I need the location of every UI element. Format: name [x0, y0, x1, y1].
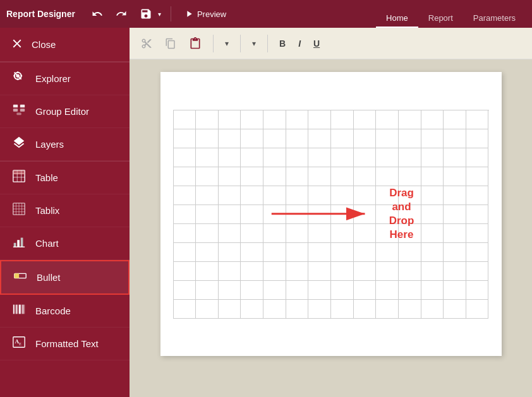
tab-report[interactable]: Report	[418, 9, 463, 28]
grid-cell	[308, 110, 331, 129]
formatted-text-icon: A E	[10, 335, 28, 352]
svg-rect-32	[13, 305, 15, 314]
sidebar-item-explorer[interactable]: Explorer	[0, 62, 130, 95]
table-icon	[10, 169, 28, 186]
preview-label: Preview	[197, 9, 226, 19]
redo-button[interactable]	[112, 6, 131, 22]
sidebar-item-label: Chart	[35, 238, 59, 249]
sidebar-item-table[interactable]: Table	[0, 162, 130, 194]
grid-cell	[263, 300, 286, 319]
grid-cell	[331, 262, 354, 281]
grid-cell	[219, 243, 241, 262]
svg-rect-34	[16, 305, 17, 314]
save-button[interactable]	[136, 5, 156, 23]
sidebar-item-barcode[interactable]: Barcode	[0, 295, 130, 328]
svg-point-2	[13, 75, 15, 77]
grid-cell	[376, 110, 399, 129]
grid-cell	[196, 300, 219, 319]
svg-rect-10	[16, 113, 21, 116]
grid-cell	[421, 129, 444, 148]
grid-cell	[421, 224, 444, 243]
sidebar-item-close[interactable]: Close	[0, 28, 130, 62]
undo-button[interactable]	[88, 6, 107, 22]
page-top-margin	[160, 72, 502, 110]
grid-cell	[331, 205, 354, 224]
grid-cell	[421, 110, 444, 129]
grid-cell	[399, 167, 421, 186]
grid-cell	[444, 110, 466, 129]
grid-cell	[286, 300, 309, 319]
grid-cell	[219, 148, 241, 167]
grid-cell	[174, 129, 196, 148]
grid-cell	[174, 110, 196, 129]
app-title: Report Designer	[6, 9, 75, 19]
grid-cell	[196, 129, 219, 148]
grid-cell	[331, 186, 354, 205]
layers-icon	[10, 136, 28, 153]
sidebar-item-label: Group Editor	[35, 106, 89, 117]
copy-button[interactable]	[160, 35, 181, 52]
grid-cell	[466, 129, 489, 148]
sidebar-item-label: Layers	[35, 139, 64, 150]
dropdown-2[interactable]: ▾	[247, 36, 261, 51]
grid-cell	[241, 129, 263, 148]
grid-cell	[331, 243, 354, 262]
grid-cell	[174, 148, 196, 167]
grid-cell	[466, 148, 489, 167]
grid-cell	[286, 167, 309, 186]
sidebar-item-chart[interactable]: Chart	[0, 227, 130, 260]
separator	[171, 6, 171, 21]
sidebar-item-bullet[interactable]: Bullet	[0, 260, 130, 295]
italic-button[interactable]: I	[293, 35, 306, 52]
svg-rect-17	[17, 170, 21, 174]
grid-cell	[219, 129, 241, 148]
grid-cell	[241, 224, 263, 243]
grid-cell	[219, 110, 241, 129]
grid-cell	[286, 205, 309, 224]
dropdown-1[interactable]: ▾	[220, 36, 234, 51]
preview-button[interactable]: Preview	[179, 6, 231, 21]
grid-cell	[263, 243, 286, 262]
sidebar-item-group-editor[interactable]: Group Editor	[0, 95, 130, 128]
grid-cell	[376, 186, 399, 205]
grid-cell	[241, 300, 263, 319]
grid-cell	[444, 300, 466, 319]
grid-cell	[399, 300, 421, 319]
grid-cell	[466, 224, 489, 243]
grid-cell	[421, 205, 444, 224]
grid-cell	[308, 224, 331, 243]
grid-cell	[354, 281, 377, 300]
sidebar-item-formatted-text[interactable]: A E Formatted Text	[0, 328, 130, 360]
grid-cell	[286, 243, 309, 262]
grid-cell	[421, 148, 444, 167]
grid-cell	[399, 110, 421, 129]
grid-cell	[354, 148, 377, 167]
grid-cell	[308, 300, 331, 319]
sidebar-item-layers[interactable]: Layers	[0, 128, 130, 161]
save-dropdown-button[interactable]: ▾	[156, 9, 163, 19]
svg-rect-8	[20, 105, 25, 108]
grid-cell	[399, 186, 421, 205]
grid-cell	[219, 262, 241, 281]
svg-rect-26	[14, 243, 16, 247]
grid-cell	[241, 148, 263, 167]
underline-button[interactable]: U	[308, 35, 325, 52]
grid-cell	[241, 110, 263, 129]
grid-cell	[308, 243, 331, 262]
grid-cell	[219, 186, 241, 205]
bold-button[interactable]: B	[274, 35, 291, 52]
tab-parameters[interactable]: Parameters	[463, 9, 526, 28]
tab-home[interactable]: Home	[376, 9, 418, 28]
grid-cell	[196, 205, 219, 224]
sidebar-item-tablix[interactable]: Tablix	[0, 194, 130, 227]
cut-button[interactable]	[136, 35, 157, 52]
chart-icon	[10, 235, 28, 252]
paste-button[interactable]	[184, 34, 207, 53]
svg-rect-35	[18, 305, 18, 314]
ribbon-sep-3	[267, 35, 268, 52]
grid-cell	[241, 205, 263, 224]
grid-cell	[376, 129, 399, 148]
grid-cell	[354, 167, 377, 186]
grid-cell	[444, 243, 466, 262]
grid-cell	[466, 186, 489, 205]
